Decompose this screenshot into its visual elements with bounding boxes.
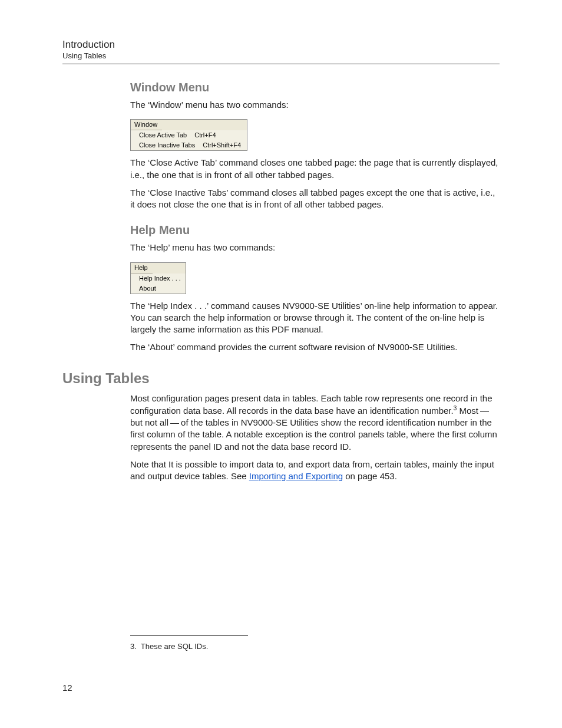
menu-item-about: About bbox=[131, 284, 186, 294]
help-menu-dropdown: Help Index . . . About bbox=[131, 274, 186, 294]
help-menu-para-1: The ‘Help Index . . .’ command causes NV… bbox=[130, 300, 500, 336]
footnote-rule bbox=[130, 635, 248, 636]
link-importing-exporting[interactable]: Importing and Exporting bbox=[249, 471, 343, 481]
content-column: Window Menu The ‘Window’ menu has two co… bbox=[130, 81, 500, 354]
menu-item-shortcut: Ctrl+F4 bbox=[194, 132, 216, 139]
menu-item-label: Close Inactive Tabs bbox=[139, 142, 195, 149]
footnote: 3. These are SQL IDs. bbox=[130, 642, 500, 651]
help-menu-para-2: The ‘About’ command provides the current… bbox=[130, 341, 500, 353]
menu-item-label: Help Index . . . bbox=[139, 275, 181, 282]
window-menu-dropdown: Close Active Tab Ctrl+F4 Close Inactive … bbox=[131, 130, 247, 150]
header-section: Using Tables bbox=[62, 51, 500, 60]
help-menu-screenshot: Help Help Index . . . About bbox=[130, 262, 186, 294]
menu-item-label: Close Active Tab bbox=[139, 132, 187, 139]
para-text: Most configuration pages present data in… bbox=[130, 393, 492, 416]
help-menu-intro: The ‘Help’ menu has two commands: bbox=[130, 242, 500, 253]
document-page: Introduction Using Tables Window Menu Th… bbox=[0, 0, 562, 728]
heading-using-tables: Using Tables bbox=[62, 370, 500, 387]
window-menu-intro: The ‘Window’ menu has two commands: bbox=[130, 99, 500, 111]
heading-help-menu: Help Menu bbox=[130, 223, 500, 237]
using-tables-para-1: Most configuration pages present data in… bbox=[130, 393, 500, 453]
menu-item-help-index: Help Index . . . bbox=[131, 274, 186, 284]
page-header: Introduction Using Tables bbox=[62, 39, 500, 64]
menu-item-label: About bbox=[139, 285, 156, 292]
heading-window-menu: Window Menu bbox=[130, 81, 500, 94]
window-menu-para-1: The ‘Close Active Tab’ command closes on… bbox=[130, 157, 500, 181]
footnote-marker: 3. bbox=[130, 642, 137, 651]
page-number: 12 bbox=[62, 683, 72, 693]
using-tables-para-2: Note that It is possible to import data … bbox=[130, 459, 500, 483]
header-chapter: Introduction bbox=[62, 39, 500, 51]
menu-item-close-active-tab: Close Active Tab Ctrl+F4 bbox=[131, 130, 247, 140]
window-menu-para-2: The ‘Close Inactive Tabs’ command closes… bbox=[130, 187, 500, 211]
footnote-text: These are SQL IDs. bbox=[141, 642, 208, 651]
using-tables-content: Most configuration pages present data in… bbox=[130, 393, 500, 483]
para-text: on page 453. bbox=[343, 471, 397, 481]
menu-item-shortcut: Ctrl+Shift+F4 bbox=[203, 142, 241, 149]
menu-item-close-inactive-tabs: Close Inactive Tabs Ctrl+Shift+F4 bbox=[131, 140, 247, 150]
window-menu-title: Window bbox=[131, 120, 162, 130]
window-menu-screenshot: Window Close Active Tab Ctrl+F4 Close In… bbox=[130, 119, 247, 151]
help-menu-title: Help bbox=[131, 263, 153, 274]
